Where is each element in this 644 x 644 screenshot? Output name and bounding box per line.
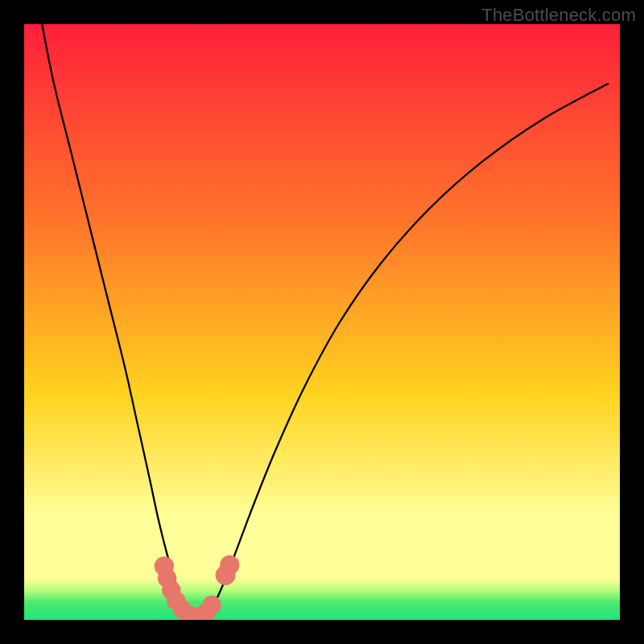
plot-area: [24, 24, 620, 620]
watermark-text: TheBottleneck.com: [481, 5, 636, 26]
chart-frame: TheBottleneck.com: [0, 0, 644, 644]
curve-marker: [202, 596, 221, 614]
gradient-background: [24, 24, 620, 620]
curve-marker: [220, 555, 239, 575]
